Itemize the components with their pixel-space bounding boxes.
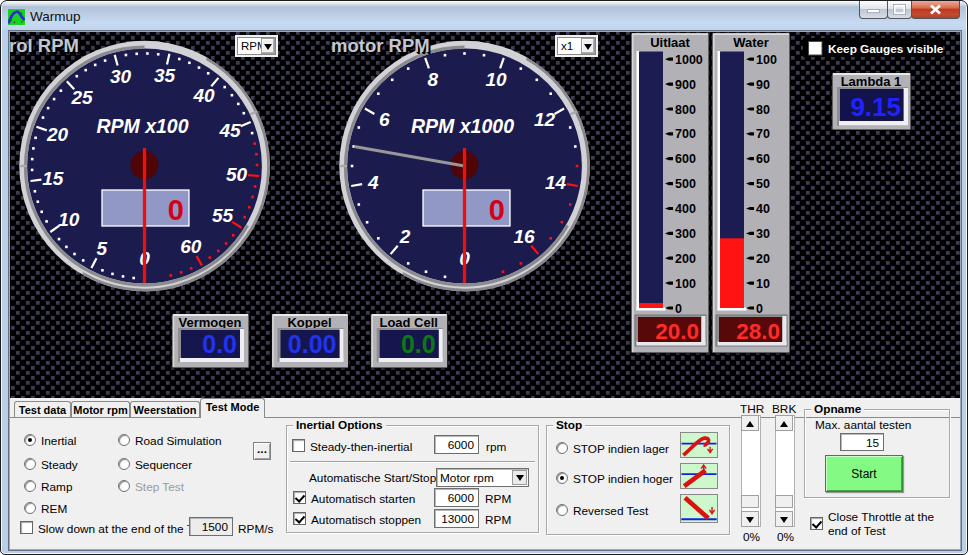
svg-text:40: 40 [192, 85, 215, 106]
svg-text:10: 10 [486, 69, 508, 90]
svg-text:0: 0 [489, 194, 505, 226]
svg-text:40: 40 [756, 202, 770, 216]
svg-text:RPM x1000: RPM x1000 [411, 115, 514, 137]
svg-text:8: 8 [428, 69, 439, 90]
svg-text:800: 800 [675, 103, 696, 117]
svg-text:30: 30 [756, 227, 770, 241]
svg-text:10: 10 [756, 277, 770, 291]
svg-text:0: 0 [168, 194, 184, 226]
svg-text:5: 5 [97, 238, 108, 259]
svg-text:Uitlaat: Uitlaat [650, 35, 690, 50]
svg-text:20: 20 [756, 252, 770, 266]
svg-text:70: 70 [756, 127, 770, 141]
svg-text:Keep Gauges visible: Keep Gauges visible [828, 42, 944, 56]
svg-text:100: 100 [756, 53, 777, 67]
svg-text:55: 55 [212, 205, 234, 226]
svg-text:500: 500 [675, 177, 696, 191]
svg-text:700: 700 [675, 127, 696, 141]
svg-text:2: 2 [399, 226, 411, 247]
svg-text:9.15: 9.15 [850, 92, 901, 122]
svg-text:RPM x100: RPM x100 [96, 115, 188, 137]
svg-text:25: 25 [70, 87, 93, 108]
svg-text:6: 6 [379, 109, 390, 130]
svg-text:1000: 1000 [675, 53, 703, 67]
svg-text:Load Cell: Load Cell [379, 315, 438, 330]
svg-text:0.00: 0.00 [288, 330, 337, 358]
svg-text:Koppel: Koppel [287, 315, 331, 330]
svg-text:20: 20 [46, 124, 69, 145]
svg-text:16: 16 [513, 226, 535, 247]
svg-text:400: 400 [675, 202, 696, 216]
svg-text:0.0: 0.0 [401, 330, 436, 358]
svg-text:20.0: 20.0 [655, 319, 699, 344]
svg-text:Vermogen: Vermogen [179, 315, 242, 330]
svg-text:45: 45 [218, 120, 241, 141]
svg-text:35: 35 [154, 65, 176, 86]
svg-text:80: 80 [756, 103, 770, 117]
svg-text:90: 90 [756, 78, 770, 92]
svg-text:300: 300 [675, 227, 696, 241]
svg-text:60: 60 [756, 152, 770, 166]
svg-text:14: 14 [545, 172, 567, 193]
svg-text:600: 600 [675, 152, 696, 166]
svg-text:12: 12 [534, 109, 556, 130]
svg-text:4: 4 [367, 172, 379, 193]
svg-text:Lambda 1: Lambda 1 [841, 74, 902, 89]
svg-text:0: 0 [756, 302, 763, 316]
svg-text:0.0: 0.0 [202, 330, 237, 358]
svg-text:50: 50 [756, 177, 770, 191]
svg-text:900: 900 [675, 78, 696, 92]
svg-text:200: 200 [675, 252, 696, 266]
svg-text:10: 10 [58, 209, 80, 230]
svg-text:30: 30 [110, 66, 132, 87]
svg-text:50: 50 [226, 164, 248, 185]
svg-text:28.0: 28.0 [736, 319, 780, 344]
svg-text:60: 60 [180, 236, 202, 257]
svg-text:0: 0 [675, 302, 682, 316]
svg-text:15: 15 [42, 168, 64, 189]
svg-text:100: 100 [675, 277, 696, 291]
svg-text:Water: Water [733, 35, 769, 50]
